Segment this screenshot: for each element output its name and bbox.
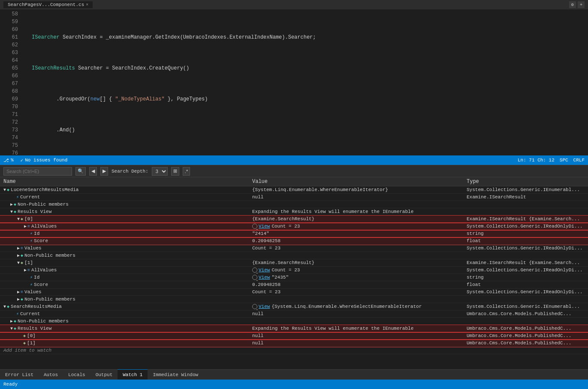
row-name-cell: ⚡Id [0,274,249,281]
row-value-text: null [252,340,263,346]
code-content[interactable]: ISearcher SearchIndex = _examineManager.… [30,9,588,155]
table-row[interactable]: ◆Non-Public members [0,318,588,325]
view-link[interactable]: View [259,275,270,280]
col-header-name: Name [0,177,249,186]
row-value-cell: null [249,332,463,340]
table-row[interactable]: ≡AllValuesViewCount = 23System.Collectio… [0,223,588,230]
table-row[interactable]: ≡ValuesCount = 23System.Collections.Gene… [0,245,588,252]
row-type-cell: System.Collections.Generic.IReadOnlyDi..… [463,267,588,274]
expand-icon[interactable] [10,210,13,214]
row-name-cell: ⚡Current [0,310,249,318]
table-row[interactable]: ◈[1]nullUmbraco.Cms.Core.Models.Publishe… [0,340,588,347]
expand-icon[interactable] [3,188,6,192]
settings-icon[interactable]: ⚙ [569,1,576,8]
row-name-cell: ◈[1] [0,259,249,267]
file-tab[interactable]: SearchPagesV...Component.cs × [3,1,93,8]
view-link[interactable]: View [259,224,270,229]
row-name-text: Id [34,231,39,236]
expand-icon[interactable] [17,289,20,295]
expand-icon[interactable] [17,297,20,302]
row-type-cell: System.Collections.Generic.IReadOnlyDi..… [463,223,588,230]
row-value-text: {System.Linq.Enumerable.WhereSelectEnume… [271,304,422,309]
table-row[interactable]: ◆SearchResultsMediaView{System.Linq.Enum… [0,303,588,310]
magnifier-icon[interactable] [252,267,257,273]
line-numbers: 58 59 60 61 62 63 64 65 66 67 68 69 70 7… [0,9,21,155]
table-row[interactable]: ◆Non-Public members [0,252,588,259]
watch-window: 🔍 ◀ ▶ Search Depth: 3 1 2 4 5 ⊞ .* Name … [0,165,588,369]
row-value-text: Expanding the Results View will enumerat… [252,209,413,214]
table-row[interactable]: ⚡CurrentnullExamine.ISearchResult [0,194,588,201]
table-row[interactable]: ≡AllValuesViewCount = 23System.Collectio… [0,267,588,274]
row-name-text: Current [20,194,40,200]
table-row[interactable]: ◈[0]{Examine.SearchResult}Examine.ISearc… [0,216,588,223]
expand-icon[interactable] [17,261,20,265]
view-link[interactable]: View [259,267,270,273]
table-row[interactable]: ◆LuceneSearchResultsMedia{System.Linq.En… [0,186,588,194]
tab-immediate[interactable]: Immediate Window [148,369,203,380]
table-row[interactable]: ≡ValuesCount = 23System.Collections.Gene… [0,289,588,296]
table-row[interactable]: ⚡IdView"2435"string [0,274,588,281]
tab-autos[interactable]: Autos [39,369,63,380]
row-name-cell: ◆SearchResultsMedia [0,303,249,310]
table-row[interactable]: ⚡Score0.20948258float [0,281,588,289]
magnifier-icon[interactable] [252,224,257,229]
row-type-cell: Examine.ISearchResult {Examine.Search... [463,216,588,223]
expand-icon[interactable] [17,217,20,222]
table-row[interactable]: ◆Non-Public members [0,296,588,303]
table-row[interactable]: ◈[0]nullUmbraco.Cms.Core.Models.Publishe… [0,332,588,340]
table-row[interactable]: ◆Results ViewExpanding the Results View … [0,208,588,216]
options-button[interactable]: ⊞ [171,167,179,176]
line-ending-status: CRLF [573,158,585,163]
watch-search-input[interactable] [3,167,72,176]
nav-back-button[interactable]: ◀ [89,167,97,176]
table-row[interactable]: ⚡Score0.20948258float [0,237,588,245]
magnifier-icon[interactable] [252,275,257,280]
expand-icon[interactable] [10,202,13,207]
row-type-cell: Umbraco.Cms.Core.Models.PublishedC... [463,310,588,318]
tab-watch-1[interactable]: Watch 1 [118,369,148,380]
table-row[interactable]: ◈[1]{Examine.SearchResult}Examine.ISearc… [0,259,588,267]
tab-output[interactable]: Output [90,369,118,380]
row-value-text: 0.20948258 [252,238,280,243]
expand-icon[interactable] [10,326,13,331]
row-value-cell: View{System.Linq.Enumerable.WhereSelectE… [249,303,463,310]
row-value-text: {Examine.SearchResult} [252,260,314,265]
table-row[interactable]: ⚡CurrentnullUmbraco.Cms.Core.Models.Publ… [0,310,588,318]
code-line-60: .GroupedOr(new[] { "_NodeTypeAlias" }, P… [30,95,588,103]
code-line-61: .And() [30,126,588,134]
title-tabs: SearchPagesV...Component.cs × [3,1,93,8]
expand-icon[interactable] [10,319,13,324]
row-name-cell: ◆Non-Public members [0,201,249,208]
table-row[interactable]: ◆Non-Public members [0,201,588,208]
expand-icon[interactable] [3,304,6,309]
tab-locals[interactable]: Locals [63,369,90,380]
expand-icon[interactable] [24,267,27,273]
row-type-cell [463,318,588,325]
add-watch-row[interactable]: Add item to watch [0,347,588,354]
expand-icon[interactable] [17,246,20,251]
row-value-cell [249,201,463,208]
nav-forward-button[interactable]: ▶ [100,167,108,176]
top-status-bar: ⎇ % ✓ No issues found Ln: 71 Ch: 12 SPC … [0,155,588,165]
file-tab-close[interactable]: × [86,3,88,7]
row-value-cell: Count = 23 [249,245,463,252]
watch-table: Name Value Type ◆LuceneSearchResultsMedi… [0,177,588,354]
expand-icon[interactable] [17,253,20,258]
row-name-text: AllValues [31,224,57,229]
search-button[interactable]: 🔍 [75,167,86,176]
row-type-cell [463,201,588,208]
magnifier-icon[interactable] [252,304,257,309]
regex-button[interactable]: .* [183,167,190,176]
tab-error-list[interactable]: Error List [0,369,39,380]
watch-table-container[interactable]: Name Value Type ◆LuceneSearchResultsMedi… [0,177,588,369]
search-depth-select[interactable]: 3 1 2 4 5 [152,167,168,176]
row-name-text: Non-Public members [24,253,75,258]
bottom-tabs: Error List Autos Locals Output Watch 1 I… [0,369,588,380]
table-row[interactable]: ◆Results ViewExpanding the Results View … [0,325,588,332]
view-link[interactable]: View [259,304,270,309]
row-type-cell [463,252,588,259]
expand-icon[interactable] [24,224,27,229]
add-icon[interactable]: + [578,1,585,8]
table-row[interactable]: ⚡Id"2414"string [0,230,588,237]
status-branch: ⎇ % [3,158,14,163]
